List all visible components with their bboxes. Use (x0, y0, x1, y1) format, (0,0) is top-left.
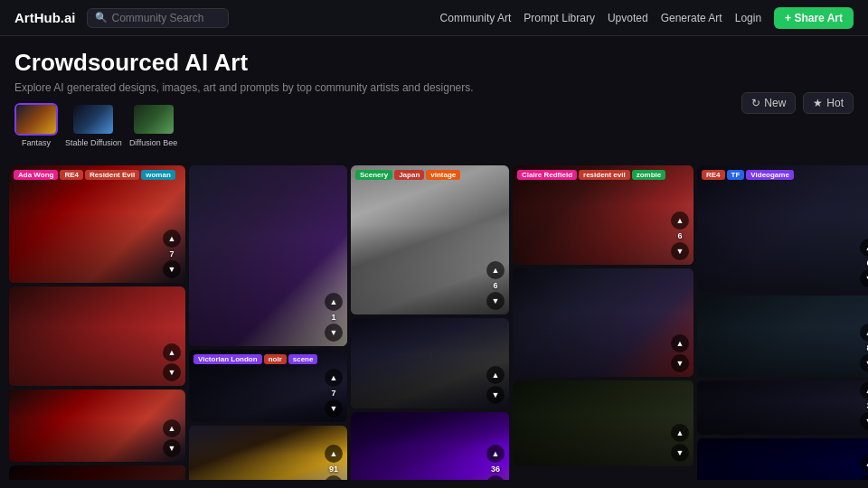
gallery-card[interactable]: ▲▼ (513, 268, 693, 377)
downvote-button[interactable]: ▼ (486, 386, 505, 404)
upvote-button[interactable]: ▲ (860, 381, 868, 399)
tag[interactable]: vintage (426, 170, 460, 180)
upvote-button[interactable]: ▲ (860, 324, 868, 342)
gallery-card[interactable]: CENSORED▲3▼ (9, 465, 185, 480)
gallery-card[interactable]: ▲▼ (9, 389, 185, 462)
tag[interactable]: Scenery (355, 170, 392, 180)
cat-bee[interactable]: Diffusion Bee (129, 103, 177, 147)
tag[interactable]: woman (141, 170, 175, 180)
downvote-button[interactable]: ▼ (163, 439, 181, 457)
tag[interactable]: Claire Redfield (517, 170, 577, 180)
upvote-count: 91 (329, 465, 338, 474)
search-bar[interactable]: 🔍 (87, 8, 229, 28)
tag[interactable]: RE4 (702, 170, 725, 180)
upvote-button[interactable]: ▲ (163, 343, 181, 361)
tag[interactable]: scene (288, 354, 318, 364)
downvote-button[interactable]: ▼ (325, 399, 343, 418)
censored-label: CENSORED (9, 465, 185, 480)
page-title: Crowdsourced AI Art (14, 49, 854, 77)
upvote-button[interactable]: ▲ (325, 445, 343, 463)
upvote-button[interactable]: ▲ (163, 419, 181, 437)
upvote-button[interactable]: ▲ (486, 366, 505, 384)
tag[interactable]: noir (264, 354, 287, 364)
tag[interactable]: Japan (394, 170, 424, 180)
gallery-card[interactable]: ▲3▼ (697, 380, 868, 435)
card-overlay (189, 165, 347, 346)
vote-bar: ▲36▼ (486, 445, 505, 480)
nav-prompt-library[interactable]: Prompt Library (524, 12, 595, 24)
gallery-card[interactable]: ▲▼ (351, 318, 509, 408)
cat-stable[interactable]: Stable Diffusion (65, 103, 122, 147)
downvote-button[interactable]: ▼ (671, 242, 689, 260)
downvote-button[interactable]: ▼ (486, 292, 505, 310)
tag[interactable]: Victorian London (193, 354, 262, 364)
gallery-card[interactable]: SceneryJapanvintage▲6▼ (351, 165, 509, 314)
vote-bar: ▲8▼ (860, 324, 868, 372)
tag[interactable]: Ada Wong (14, 170, 58, 180)
search-icon: 🔍 (95, 12, 108, 23)
tag[interactable]: Resident Evil (85, 170, 139, 180)
search-input[interactable] (112, 12, 221, 24)
gallery-card[interactable]: ▲91▼ (189, 426, 347, 480)
nav-login[interactable]: Login (735, 12, 761, 24)
upvote-button[interactable]: ▲ (671, 334, 689, 352)
downvote-button[interactable]: ▼ (860, 269, 868, 287)
gallery-card[interactable]: Victorian Londonnoirscene▲7▼ (189, 350, 347, 422)
downvote-button[interactable]: ▼ (860, 474, 868, 480)
vote-bar: ▲7▼ (325, 369, 343, 418)
tag[interactable]: RE4 (60, 170, 83, 180)
card-overlay (9, 389, 185, 462)
gallery-card[interactable]: ▲1▼ (189, 165, 347, 346)
upvote-button[interactable]: ▲ (860, 455, 868, 473)
upvote-button[interactable]: ▲ (325, 369, 343, 387)
downvote-button[interactable]: ▼ (671, 354, 689, 372)
gallery-card[interactable]: ▲36▼ (351, 412, 509, 480)
upvote-button[interactable]: ▲ (671, 424, 689, 442)
tag[interactable]: Videogame (746, 170, 794, 180)
navbar: ArtHub.ai 🔍 Community Art Prompt Library… (0, 0, 868, 36)
vote-bar: ▲▼ (163, 419, 181, 457)
upvote-button[interactable]: ▲ (325, 293, 343, 311)
cat-fantasy[interactable]: Fantasy (14, 103, 58, 147)
downvote-button[interactable]: ▼ (486, 475, 505, 480)
upvote-button[interactable]: ▲ (671, 211, 689, 230)
gallery-card[interactable]: Ada WongRE4Resident Evilwoman▲7▼ (9, 165, 185, 283)
nav-generate-art[interactable]: Generate Art (661, 12, 722, 24)
upvote-count: 7 (331, 389, 335, 398)
downvote-button[interactable]: ▼ (325, 324, 343, 342)
nav-community-art[interactable]: Community Art (440, 12, 512, 24)
upvote-button[interactable]: ▲ (486, 261, 505, 279)
gallery-card[interactable]: Claire Redfieldresident evilzombie▲6▼ (513, 165, 693, 265)
vote-bar: ▲1▼ (325, 293, 343, 342)
upvote-button[interactable]: ▲ (486, 445, 505, 463)
share-button[interactable]: + Share Art (774, 7, 854, 29)
card-overlay (697, 438, 868, 480)
downvote-button[interactable]: ▼ (163, 260, 181, 278)
tag[interactable]: zombie (632, 170, 666, 180)
new-button[interactable]: ↻ New (741, 92, 796, 114)
vote-bar: ▲▼ (486, 366, 505, 404)
card-tags: Ada WongRE4Resident Evilwoman (14, 170, 175, 180)
gallery-column: Ada WongRE4Resident Evilwoman▲7▼▲▼▲▼CENS… (9, 165, 185, 480)
card-overlay (189, 426, 347, 480)
gallery-card[interactable]: RE4TFVideogame▲6▼ (697, 165, 868, 292)
gallery-card[interactable]: ▲8▼ (697, 296, 868, 377)
downvote-button[interactable]: ▼ (325, 475, 343, 480)
card-overlay (351, 318, 509, 408)
downvote-button[interactable]: ▼ (671, 444, 689, 462)
upvote-button[interactable]: ▲ (163, 230, 181, 248)
upvote-button[interactable]: ▲ (860, 239, 868, 257)
cat-stable-thumb (71, 103, 115, 136)
nav-upvoted[interactable]: Upvoted (608, 12, 648, 24)
downvote-button[interactable]: ▼ (860, 354, 868, 372)
gallery-card[interactable]: ▲▼ (513, 380, 693, 466)
downvote-button[interactable]: ▼ (163, 363, 181, 381)
downvote-button[interactable]: ▼ (860, 412, 868, 430)
tag[interactable]: resident evil (579, 170, 630, 180)
gallery-card[interactable]: ▲▼ (697, 438, 868, 480)
hot-button[interactable]: ★ Hot (803, 92, 854, 114)
vote-bar: ▲7▼ (163, 230, 181, 278)
site-logo[interactable]: ArtHub.ai (14, 10, 76, 25)
tag[interactable]: TF (727, 170, 745, 180)
gallery-card[interactable]: ▲▼ (9, 286, 185, 386)
